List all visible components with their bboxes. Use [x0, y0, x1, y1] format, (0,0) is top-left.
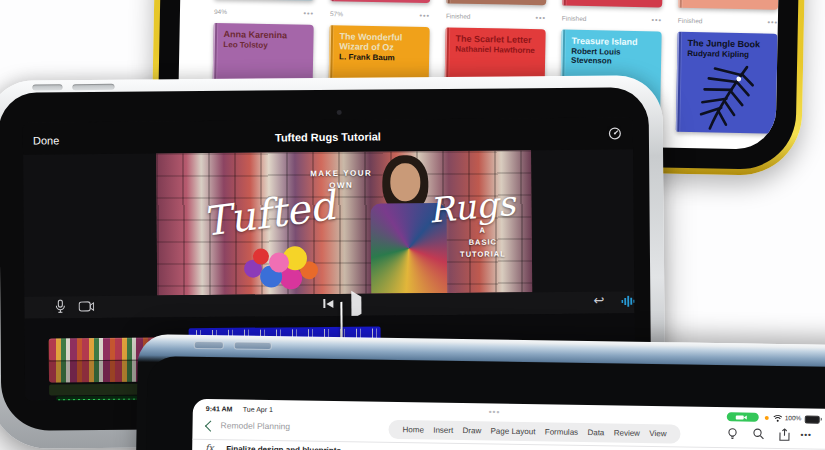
ribbon-tabs: Home Insert Draw Page Layout Formulas Da… [388, 420, 680, 444]
book-title: The Wonderful Wizard of Oz [329, 25, 429, 54]
tab-page-layout[interactable]: Page Layout [490, 427, 535, 437]
play-icon[interactable] [351, 297, 361, 315]
project-settings-icon[interactable] [608, 126, 622, 140]
fx-label: fx [205, 443, 214, 450]
book-progress: 57% [330, 10, 343, 17]
book-title: Anna Karenina [213, 23, 313, 42]
book-menu-icon[interactable]: ••• [765, 139, 775, 146]
books-progress-row: 94%••• 57%••• Finished••• Finished••• Fi… [214, 8, 778, 26]
tab-review[interactable]: Review [614, 428, 640, 437]
pompoms [253, 248, 269, 264]
wifi-icon [773, 414, 783, 422]
share-icon[interactable] [778, 428, 790, 441]
camera-active-indicator [727, 412, 759, 422]
skip-to-start-icon[interactable] [323, 299, 333, 308]
volume-button[interactable] [72, 84, 114, 90]
book-progress: Finished [562, 15, 587, 22]
book-cover[interactable] [330, 0, 433, 3]
book-menu-icon[interactable]: ••• [535, 14, 545, 21]
formula-text: Finalize design and blueprints [226, 444, 341, 450]
book-author: Leo Tolstoy [213, 40, 313, 52]
book-cover[interactable] [214, 0, 317, 1]
book-menu-icon[interactable]: ••• [420, 12, 430, 19]
audio-waveform-icon[interactable] [621, 295, 635, 307]
book-cover[interactable] [446, 0, 549, 5]
book-title: The Scarlet Letter [445, 27, 545, 46]
video-preview[interactable]: MAKE YOUROWN Tufted Rugs ABASICTUTORIAL [156, 150, 532, 295]
mic-icon[interactable] [55, 299, 65, 313]
tab-data[interactable]: Data [587, 428, 604, 437]
scene: 94%••• 57%••• Finished••• Finished••• Fi… [0, 0, 825, 450]
book-author: Rudyard Kipling [677, 49, 777, 61]
imovie-topbar: Done Tufted Rugs Tutorial + [23, 117, 633, 154]
palm-frond-art [694, 62, 759, 133]
tab-formulas[interactable]: Formulas [545, 427, 578, 437]
camera-icon[interactable] [78, 301, 94, 312]
book-menu-icon[interactable]: ••• [304, 10, 314, 17]
project-title: Tufted Rugs Tutorial [23, 128, 633, 145]
book-author: Robert Louis Stevenson [561, 46, 661, 67]
orange-privacy-dot [765, 416, 769, 420]
top-button[interactable] [234, 342, 272, 351]
document-title: Remodel Planning [220, 420, 290, 431]
battery-icon [805, 415, 820, 423]
tab-draw[interactable]: Draw [462, 426, 481, 435]
book-cover-jungle-book[interactable]: The Jungle Book Rudyard Kipling [676, 32, 778, 134]
book-cover[interactable] [678, 0, 781, 10]
tab-home[interactable]: Home [402, 425, 423, 434]
more-options-icon[interactable]: ••• [800, 430, 812, 439]
book-title: Treasure Island [561, 30, 661, 49]
book-progress: 94% [214, 8, 227, 15]
book-author: L. Frank Baum [329, 52, 429, 64]
book-author: Nathaniel Hawthorne [445, 44, 545, 56]
volume-button[interactable] [32, 84, 62, 90]
books-shelf-top [214, 0, 781, 10]
book-menu-icon[interactable]: ••• [767, 19, 777, 26]
excel-screen: 9:41 AM Tue Apr 1 ••• 100% [190, 399, 825, 450]
battery-percent: 100% [785, 414, 802, 421]
book-title: The Jungle Book [677, 32, 777, 51]
book-progress: Finished [446, 12, 471, 19]
search-icon[interactable] [752, 428, 764, 441]
tellme-lightbulb-icon[interactable] [726, 427, 738, 440]
multitasking-indicator[interactable]: ••• [489, 408, 501, 417]
undo-icon[interactable]: ↩ [593, 294, 604, 307]
front-camera [337, 110, 342, 115]
ipad-blue-bezel: 9:41 AM Tue Apr 1 ••• 100% [144, 356, 825, 450]
tab-insert[interactable]: Insert [433, 426, 453, 435]
book-cover[interactable] [562, 0, 665, 7]
book-menu-icon[interactable]: ••• [651, 16, 661, 23]
back-chevron-icon[interactable] [205, 420, 216, 431]
video-caption-text: ABASICTUTORIAL [453, 224, 513, 261]
tab-view[interactable]: View [649, 429, 666, 438]
ipad-blue-device: 9:41 AM Tue Apr 1 ••• 100% [135, 334, 825, 450]
top-button[interactable] [194, 341, 224, 349]
book-progress: Finished [678, 17, 703, 24]
status-date: Tue Apr 1 [243, 406, 273, 413]
status-time: 9:41 AM [206, 405, 233, 412]
